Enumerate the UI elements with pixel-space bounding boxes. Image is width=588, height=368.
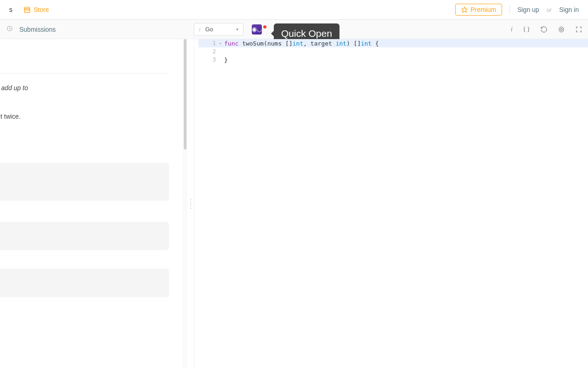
chevron-down-icon: ▾ [236, 27, 238, 32]
italic-i-icon: i [199, 26, 201, 33]
svg-marker-1 [462, 7, 467, 12]
code-line[interactable]: 2 [198, 47, 588, 56]
scrollbar-thumb[interactable] [184, 39, 187, 150]
reset-icon[interactable] [540, 26, 548, 33]
store-link[interactable]: Store [23, 6, 49, 13]
fullscreen-icon[interactable] [575, 26, 582, 33]
settings-icon[interactable] [558, 26, 565, 33]
separator [509, 6, 510, 14]
copilot-button[interactable]: ◉◡ [252, 24, 262, 34]
premium-button[interactable]: Premium [455, 4, 502, 16]
main-split: dices of the two numbers such that they … [0, 39, 588, 368]
problem-text-2: , and you may not use the same element t… [0, 111, 169, 122]
problem-text-1: dices of the two numbers such that they … [0, 83, 169, 94]
store-label: Store [34, 6, 49, 13]
fold-icon[interactable]: ▾ [219, 41, 221, 46]
line-number: 1▾ [198, 40, 220, 46]
description-content: dices of the two numbers such that they … [0, 39, 175, 297]
line-number: 3 [198, 57, 220, 63]
code-editor[interactable]: 1▾func twoSum(nums []int, target int) []… [198, 39, 588, 368]
divider [0, 73, 169, 74]
nav-truncated-tab[interactable]: s [9, 6, 12, 13]
clock-icon [6, 25, 13, 33]
description-tabs: Submissions [0, 20, 188, 39]
svg-rect-0 [24, 9, 30, 12]
drag-handle-icon [190, 199, 191, 209]
code-content: func twoSum(nums []int, target int) []in… [220, 40, 379, 47]
description-scrollbar[interactable] [183, 39, 187, 368]
store-icon [23, 6, 31, 13]
star-icon [461, 6, 468, 13]
editor-left-border [194, 39, 198, 368]
description-pane: dices of the two numbers such that they … [0, 39, 187, 368]
editor-toolbar: i Go ▾ ◉◡ i [188, 20, 588, 39]
notification-dot-icon [263, 25, 266, 29]
top-nav: s Store Premium Sign up or Sign in [0, 0, 588, 20]
copilot-icon: ◉◡ [252, 24, 262, 34]
signup-link[interactable]: Sign up [517, 6, 539, 13]
submissions-tab[interactable]: Submissions [19, 26, 56, 33]
example-box-2 [0, 222, 169, 250]
editor-actions: i [511, 25, 582, 33]
or-separator: or [547, 6, 552, 13]
nav-left: s Store [9, 6, 49, 13]
info-icon[interactable]: i [511, 25, 513, 33]
example-box-1: rn [0, 1]. [0, 163, 169, 201]
split-handle[interactable] [187, 39, 194, 368]
nav-right: Premium Sign up or Sign in [455, 4, 579, 16]
code-line[interactable]: 1▾func twoSum(nums []int, target int) []… [198, 39, 588, 47]
svg-marker-3 [559, 27, 563, 32]
code-line[interactable]: 3} [198, 56, 588, 64]
language-name: Go [205, 26, 232, 33]
svg-point-4 [560, 29, 562, 30]
code-content: } [220, 57, 228, 63]
example-box-3 [0, 269, 169, 297]
signin-link[interactable]: Sign in [559, 6, 579, 13]
braces-icon[interactable] [523, 26, 530, 33]
language-select[interactable]: i Go ▾ [194, 23, 243, 36]
premium-label: Premium [470, 6, 496, 13]
line-number: 2 [198, 48, 220, 55]
